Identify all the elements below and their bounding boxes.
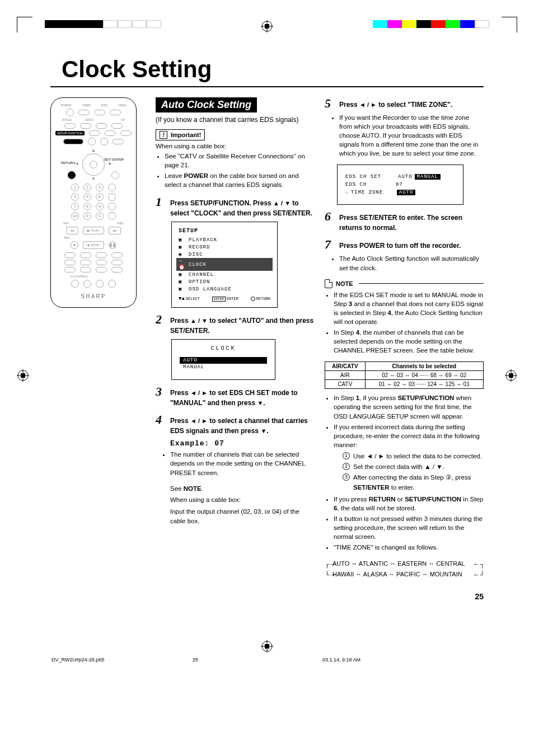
section-header: Auto Clock Setting	[156, 97, 257, 112]
osd-key: TIME ZONE	[351, 190, 397, 195]
right-column: 5 Press ◄ / ► to select "TIME ZONE". If …	[325, 97, 484, 601]
svg-rect-7	[21, 373, 25, 378]
note-label: NOTE	[336, 280, 353, 287]
list-item: If you want the Recorder to use the time…	[339, 113, 484, 158]
step-number: 1	[156, 196, 166, 218]
table-cell: CATV	[325, 380, 366, 389]
color-strip-right	[373, 20, 489, 28]
note-list-1: If the EDS CH SET mode is set to MANUAL …	[325, 290, 484, 355]
step-text: Press ◄ / ► to set EDS CH SET mode to "M…	[170, 386, 315, 408]
list-item: "TIME ZONE" is changed as follows.	[334, 543, 484, 552]
setup-function-label: SETUP/ FUNCTION	[55, 131, 84, 135]
step-number: 6	[325, 210, 335, 233]
table-cell: 01 ↔ 02 ↔ 03 ······ 124 ↔ 125 ↔ 01	[365, 380, 483, 389]
important-item: Leave POWER on the cable box turned on a…	[165, 171, 315, 189]
table-header: AIR/CATV	[325, 362, 366, 371]
osd-item: DISC	[189, 252, 203, 257]
list-item: If you press RETURN or SETUP/FUNCTION in…	[334, 495, 484, 513]
color-strip-left	[45, 20, 161, 28]
title-rule	[50, 86, 484, 87]
svg-rect-11	[509, 373, 513, 378]
osd-value: 07	[396, 182, 403, 187]
table-cell: AIR	[325, 371, 366, 380]
set-enter-label: SET/ ENTER	[104, 158, 124, 161]
important-label: Important!	[171, 132, 201, 138]
footer-filename: DV_RW2U#p24-28.p65	[51, 657, 104, 663]
step-4: 4 Press ◄ / ► to select a channel that c…	[156, 414, 315, 436]
registration-crosshair-bottom	[261, 640, 273, 654]
step7-bullets: The Auto Clock Setting function will aut…	[325, 254, 484, 272]
channel-table: AIR/CATVChannels to be selected AIR02 ↔ …	[325, 361, 484, 389]
important-item: See "CATV or Satellite Receiver Connecti…	[165, 152, 315, 170]
print-registration-top	[0, 0, 534, 34]
osd-item: OSD LANGUAGE	[189, 287, 232, 292]
dpad: RETURN SET/ ENTER ▲▼◄►	[71, 148, 116, 181]
remote-column: POWERTIMERDISCOPEN ANGLEAUDIOCH SETUP/ F…	[50, 97, 146, 601]
svg-rect-3	[265, 24, 269, 29]
table-header: Channels to be selected	[365, 362, 483, 371]
intro-text: (If you know a channel that carries EDS …	[156, 116, 315, 124]
osd-item: RECORD	[189, 245, 210, 250]
brand-label: SHARP	[55, 293, 132, 299]
step-5: 5 Press ◄ / ► to select "TIME ZONE".	[325, 97, 484, 110]
step-text: Press ◄ / ► to select "TIME ZONE".	[339, 97, 452, 110]
step-number: 2	[156, 313, 166, 336]
step-7: 7 Press POWER to turn off the recorder.	[325, 238, 484, 251]
crop-mark-tl	[17, 17, 32, 32]
page-content: Clock Setting POWERTIMERDISCOPEN ANGLEAU…	[0, 56, 534, 623]
example-label: Example: 07	[170, 439, 315, 448]
osd-value-selected: AUTO	[397, 190, 416, 195]
list-item: If a button is not pressed within 3 minu…	[334, 514, 484, 541]
sublist-item: 1Use ◄ / ► to select the data to be corr…	[343, 452, 484, 461]
return-label: RETURN	[61, 161, 75, 165]
step-text: Press ◄ / ► to select a channel that car…	[170, 414, 315, 436]
osd-value-selected: MANUAL	[415, 174, 441, 180]
registration-crosshair-right	[505, 369, 517, 383]
note-icon	[325, 279, 332, 288]
footer-date: 03.1.14, 9:18 AM	[322, 657, 360, 663]
osd-value: AUTO	[396, 174, 415, 180]
page-title: Clock Setting	[62, 56, 484, 83]
important-callout: ! Important!	[156, 129, 205, 140]
note-heading: NOTE	[325, 279, 484, 288]
step-3: 3 Press ◄ / ► to set EDS CH SET mode to …	[156, 386, 315, 408]
note-list-2: In Step 1, if you press SETUP/FUNCTION w…	[325, 393, 484, 552]
osd-header: SETUP	[179, 228, 270, 234]
registration-crosshair-left	[17, 369, 29, 383]
osd-timezone: EDS CH SETAUTO MANUAL EDS CH07 →TIME ZON…	[337, 165, 463, 205]
osd-setup-menu: SETUP ▣PLAYBACK ▣RECORD ◉DISC → ⏰CLOCK ▣…	[171, 222, 278, 308]
step-number: 7	[325, 238, 335, 251]
osd-item: CHANNEL	[189, 272, 214, 278]
registration-crosshair-top	[261, 20, 273, 32]
step5-bullets: If you want the Recorder to use the time…	[325, 113, 484, 158]
step-text: Press ▲ / ▼ to select "AUTO" and then pr…	[170, 313, 315, 336]
list-item: If the EDS CH SET mode is set to MANUAL …	[334, 290, 484, 326]
osd-item-selected: AUTO	[180, 357, 267, 364]
osd-clock-menu: CLOCK AUTO MANUAL	[171, 339, 275, 380]
list-item: The Auto Clock Setting function will aut…	[339, 254, 484, 272]
list-item: In Step 4, the number of channels that c…	[334, 328, 484, 355]
step-1: 1 Press SETUP/FUNCTION. Press ▲ / ▼ to s…	[156, 196, 315, 218]
print-footer: DV_RW2U#p24-28.p65 25 03.1.14, 9:18 AM	[0, 629, 534, 668]
osd-item-selected: → ⏰CLOCK	[176, 258, 273, 271]
correction-sublist: 1Use ◄ / ► to select the data to be corr…	[334, 452, 484, 492]
important-list: See "CATV or Satellite Receiver Connecti…	[156, 152, 315, 189]
list-item: The number of channels that can be selec…	[170, 450, 315, 477]
svg-rect-15	[265, 644, 269, 649]
osd-item: PLAYBACK	[189, 237, 217, 243]
step-text: Press SET/ENTER to enter. The screen ret…	[339, 210, 484, 233]
osd-item: MANUAL	[180, 364, 267, 370]
crop-mark-tr	[502, 17, 517, 32]
step4-bullets: The number of channels that can be selec…	[156, 450, 315, 477]
sublist-item: 3After correcting the data in Step ②, pr…	[343, 473, 484, 492]
list-item: In Step 1, if you press SETUP/FUNCTION w…	[334, 393, 484, 420]
list-item: If you entered incorrect data during the…	[334, 422, 484, 492]
osd-title: CLOCK	[180, 345, 267, 351]
sublist-item: 2Set the correct data with ▲ / ▼.	[343, 462, 484, 472]
step-text: Press POWER to turn off the recorder.	[339, 238, 461, 251]
step-text: Press SETUP/FUNCTION. Press ▲ / ▼ to sel…	[170, 196, 315, 218]
middle-column: Auto Clock Setting (If you know a channe…	[156, 97, 315, 601]
timezone-chain: ┌→AUTO ↔ ATLANTIC ↔ EASTERN ↔ CENTRAL←┐ …	[325, 558, 484, 579]
osd-key: EDS CH	[345, 182, 396, 187]
important-intro: When using a cable box:	[156, 143, 315, 149]
